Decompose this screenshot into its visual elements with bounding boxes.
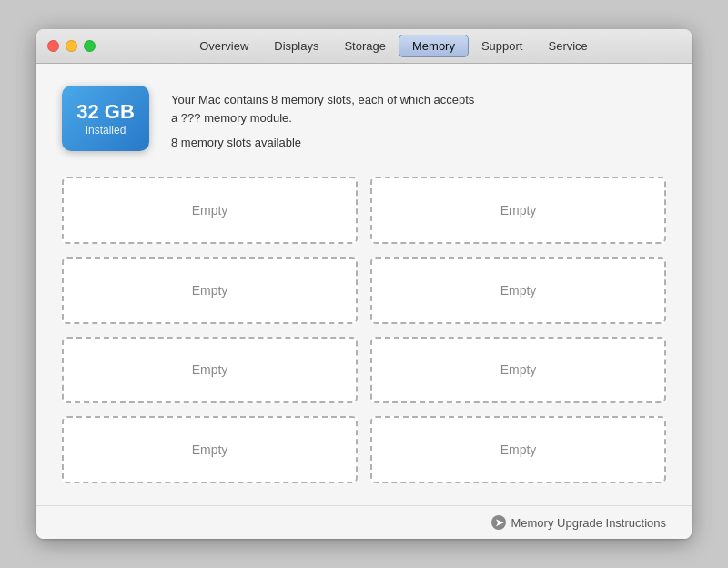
- slots-available: 8 memory slots available: [171, 136, 474, 149]
- content-area: 32 GB Installed Your Mac contains 8 memo…: [36, 64, 692, 505]
- tab-memory[interactable]: Memory: [399, 35, 469, 57]
- memory-slot-1: Empty: [62, 177, 358, 244]
- info-description: Your Mac contains 8 memory slots, each o…: [171, 91, 474, 127]
- system-info-window: OverviewDisplaysStorageMemorySupportServ…: [36, 29, 692, 539]
- upgrade-link-label: Memory Upgrade Instructions: [511, 516, 666, 530]
- memory-slot-3: Empty: [62, 257, 358, 324]
- upgrade-icon: ➤: [491, 515, 506, 530]
- memory-slot-8: Empty: [370, 416, 666, 483]
- memory-slot-5: Empty: [62, 337, 358, 404]
- tab-storage[interactable]: Storage: [331, 36, 399, 56]
- tab-service[interactable]: Service: [536, 36, 601, 56]
- tab-displays[interactable]: Displays: [261, 36, 331, 56]
- close-button[interactable]: [47, 40, 59, 52]
- info-text: Your Mac contains 8 memory slots, each o…: [171, 86, 474, 149]
- memory-badge: 32 GB Installed: [62, 86, 149, 151]
- maximize-button[interactable]: [84, 40, 96, 52]
- memory-slot-2: Empty: [370, 177, 666, 244]
- info-row: 32 GB Installed Your Mac contains 8 memo…: [62, 86, 666, 151]
- slots-grid: EmptyEmptyEmptyEmptyEmptyEmptyEmptyEmpty: [62, 177, 666, 483]
- tab-bar: OverviewDisplaysStorageMemorySupportServ…: [106, 35, 681, 57]
- minimize-button[interactable]: [66, 40, 77, 52]
- upgrade-link[interactable]: ➤ Memory Upgrade Instructions: [491, 515, 666, 530]
- memory-slot-6: Empty: [370, 337, 666, 404]
- memory-label: Installed: [86, 124, 126, 137]
- memory-slot-7: Empty: [62, 416, 358, 483]
- traffic-lights: [47, 40, 96, 52]
- tab-support[interactable]: Support: [469, 36, 536, 56]
- title-bar: OverviewDisplaysStorageMemorySupportServ…: [36, 29, 692, 64]
- memory-size: 32 GB: [76, 100, 135, 124]
- tab-overview[interactable]: Overview: [187, 36, 261, 56]
- footer: ➤ Memory Upgrade Instructions: [36, 505, 692, 539]
- memory-slot-4: Empty: [370, 257, 666, 324]
